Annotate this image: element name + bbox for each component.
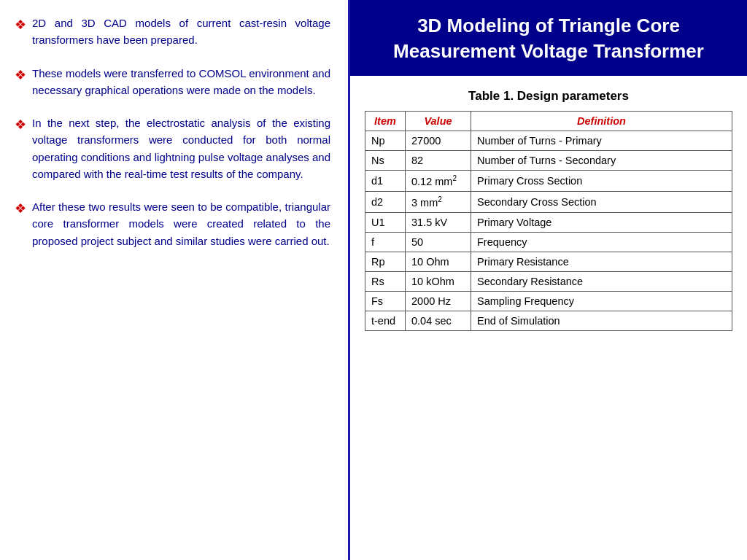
table-title: Table 1. Design parameters xyxy=(365,89,732,104)
table-cell-6-2: Primary Resistance xyxy=(471,252,732,271)
table-cell-6-1: 10 Ohm xyxy=(406,252,471,271)
header-line2: Measurement Voltage Transformer xyxy=(365,39,732,64)
table-cell-8-0: Fs xyxy=(365,291,406,311)
table-cell-1-2: Number of Turns - Secondary xyxy=(471,151,732,171)
header-line1: 3D Modeling of Triangle Core xyxy=(365,13,732,39)
table-row: Fs2000 HzSampling Frequency xyxy=(365,291,732,311)
table-cell-0-0: Np xyxy=(365,131,406,151)
table-cell-4-2: Primary Voltage xyxy=(471,212,732,232)
bullet-item-2: ❖ These models were transferred to COMSO… xyxy=(15,65,330,99)
table-row: t-end0.04 secEnd of Simulation xyxy=(365,311,732,330)
table-cell-0-1: 27000 xyxy=(406,131,471,151)
bullet-text-3: In the next step, the electrostatic anal… xyxy=(32,114,330,182)
table-row: d10.12 mm2Primary Cross Section xyxy=(365,171,732,192)
table-cell-0-2: Number of Turns - Primary xyxy=(471,131,732,151)
table-cell-8-2: Sampling Frequency xyxy=(471,291,732,311)
bullet-item-3: ❖ In the next step, the electrostatic an… xyxy=(15,114,330,182)
table-cell-6-0: Rp xyxy=(365,252,406,271)
table-row: U131.5 kVPrimary Voltage xyxy=(365,212,732,232)
table-cell-4-0: U1 xyxy=(365,212,406,232)
header-bar: 3D Modeling of Triangle Core Measurement… xyxy=(350,0,747,76)
table-cell-8-1: 2000 Hz xyxy=(406,291,471,311)
table-header-row: Item Value Definition xyxy=(365,112,732,131)
table-section: Table 1. Design parameters Item Value De… xyxy=(350,76,747,560)
table-row: Rp10 OhmPrimary Resistance xyxy=(365,252,732,271)
table-cell-4-1: 31.5 kV xyxy=(406,212,471,232)
table-cell-7-0: Rs xyxy=(365,271,406,291)
table-cell-3-1: 3 mm2 xyxy=(406,192,471,213)
bullet-diamond-2: ❖ xyxy=(15,66,26,86)
table-row: Ns82Number of Turns - Secondary xyxy=(365,151,732,171)
table-row: f50Frequency xyxy=(365,232,732,252)
col-header-value: Value xyxy=(406,112,471,131)
table-cell-7-1: 10 kOhm xyxy=(406,271,471,291)
col-header-definition: Definition xyxy=(471,112,732,131)
table-cell-2-1: 0.12 mm2 xyxy=(406,171,471,192)
design-params-table: Item Value Definition Np27000Number of T… xyxy=(365,111,732,331)
table-cell-1-1: 82 xyxy=(406,151,471,171)
table-cell-7-2: Secondary Resistance xyxy=(471,271,732,291)
table-row: Rs10 kOhmSecondary Resistance xyxy=(365,271,732,291)
left-panel: ❖ 2D and 3D CAD models of current cast-r… xyxy=(0,0,350,560)
bullet-item-4: ❖ After these two results were seen to b… xyxy=(15,198,330,249)
table-row: d23 mm2Secondary Cross Section xyxy=(365,192,732,213)
table-cell-2-0: d1 xyxy=(365,171,406,192)
table-cell-2-2: Primary Cross Section xyxy=(471,171,732,192)
table-cell-5-0: f xyxy=(365,232,406,252)
table-cell-9-1: 0.04 sec xyxy=(406,311,471,330)
table-cell-9-0: t-end xyxy=(365,311,406,330)
table-cell-3-2: Secondary Cross Section xyxy=(471,192,732,213)
bullet-text-4: After these two results were seen to be … xyxy=(32,198,330,249)
table-cell-3-0: d2 xyxy=(365,192,406,213)
bullet-text-1: 2D and 3D CAD models of current cast-res… xyxy=(32,15,330,49)
bullet-item-1: ❖ 2D and 3D CAD models of current cast-r… xyxy=(15,15,330,49)
table-cell-1-0: Ns xyxy=(365,151,406,171)
bullet-diamond-4: ❖ xyxy=(15,199,26,219)
table-cell-9-2: End of Simulation xyxy=(471,311,732,330)
col-header-item: Item xyxy=(365,112,406,131)
bullet-text-2: These models were transferred to COMSOL … xyxy=(32,65,330,99)
table-row: Np27000Number of Turns - Primary xyxy=(365,131,732,151)
bullet-diamond-3: ❖ xyxy=(15,115,26,136)
right-panel: 3D Modeling of Triangle Core Measurement… xyxy=(350,0,747,560)
bullet-diamond-1: ❖ xyxy=(15,15,26,36)
table-cell-5-2: Frequency xyxy=(471,232,732,252)
table-cell-5-1: 50 xyxy=(406,232,471,252)
